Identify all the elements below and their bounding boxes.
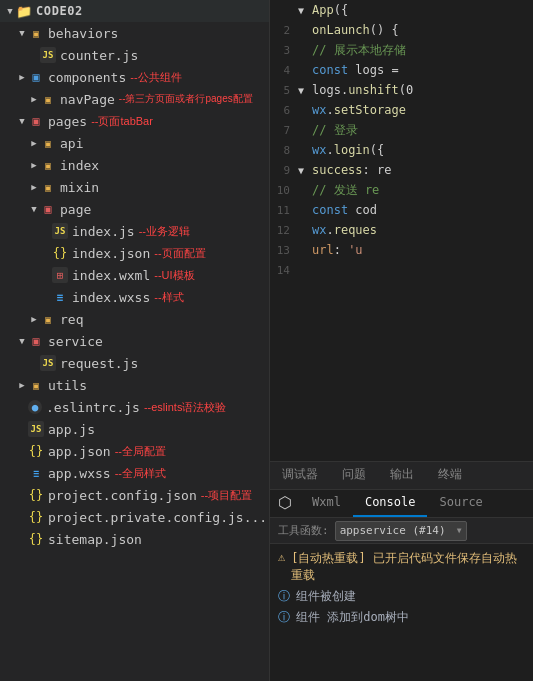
code-line-5: 5 ▼ logs.unshift(0 [270,80,533,100]
eslintrc-label: .eslintrc.js [46,400,140,415]
sidebar-item-components[interactable]: ▣ components --公共组件 [0,66,269,88]
sidebar-item-pages[interactable]: ▣ pages --页面tabBar [0,110,269,132]
code-text: // 展示本地存储 [312,42,406,59]
code-editor[interactable]: ▼ App({ 2 onLaunch() { 3 // 展示本地存储 4 con… [270,0,533,461]
sidebar-item-service[interactable]: ▣ service [0,330,269,352]
req-icon: ▣ [40,311,56,327]
sidebar-item-eslintrc[interactable]: ● .eslintrc.js --eslints语法校验 [0,396,269,418]
warn-icon: ⚠ [278,550,285,564]
sidebar-item-counter-js[interactable]: JS counter.js [0,44,269,66]
sidebar-item-index-folder[interactable]: ▣ index [0,154,269,176]
sidebar-item-index-wxml[interactable]: ⊞ index.wxml --UI模板 [0,264,269,286]
sidebar-item-api[interactable]: ▣ api [0,132,269,154]
counter-js-label: counter.js [60,48,138,63]
navpage-arrow [28,93,40,105]
index-folder-icon: ▣ [40,157,56,173]
sidebar-item-app-wxss[interactable]: ≡ app.wxss --全局样式 [0,462,269,484]
sidebar-item-app-js[interactable]: JS app.js [0,418,269,440]
sidebar-item-index-wxss[interactable]: ≡ index.wxss --样式 [0,286,269,308]
code-line-6: 6 wx.setStorage [270,100,533,120]
line-num: 14 [270,264,298,277]
panel-tabs: 调试器 问题 输出 终端 [270,462,533,490]
log-line-3: ⓘ 组件 添加到dom树中 [278,607,525,628]
line-num: 12 [270,224,298,237]
sidebar-item-sitemap[interactable]: {} sitemap.json [0,528,269,550]
tab-terminal[interactable]: 终端 [426,461,474,489]
line-num: 3 [270,44,298,57]
code-text: wx.login({ [312,143,384,157]
tab-problems[interactable]: 问题 [330,461,378,489]
code-text: // 登录 [312,122,358,139]
info-icon-2: ⓘ [278,609,290,626]
code-text: const logs = [312,63,399,77]
req-arrow [28,313,40,325]
sidebar-item-mixin[interactable]: ▣ mixin [0,176,269,198]
service-arrow [16,335,28,347]
line-fold-arrow[interactable]: ▼ [298,5,312,16]
navpage-annotation: --第三方页面或者行pages配置 [119,92,253,106]
line-fold-arrow[interactable]: ▼ [298,85,312,96]
pointer-icon: ⬡ [278,493,292,512]
index-json-icon: {} [52,245,68,261]
code-line-4: 4 const logs = [270,60,533,80]
sidebar-item-app-json[interactable]: {} app.json --全局配置 [0,440,269,462]
root-item[interactable]: 📁 CODE02 [0,0,269,22]
api-arrow [28,137,40,149]
app-wxss-label: app.wxss [48,466,111,481]
project-config-label: project.config.json [48,488,197,503]
utils-label: utils [48,378,87,393]
index-js-icon: JS [52,223,68,239]
sidebar-item-utils[interactable]: ▣ utils [0,374,269,396]
sidebar-item-index-js[interactable]: JS index.js --业务逻辑 [0,220,269,242]
code-line-7: 7 // 登录 [270,120,533,140]
console-output: ⚠ [自动热重载] 已开启代码文件保存自动热重载 ⓘ 组件被创建 ⓘ 组件 添加… [270,544,533,681]
code-line-11: 11 const cod [270,200,533,220]
code-text: const cod [312,203,377,217]
service-icon: ▣ [28,333,44,349]
components-annotation: --公共组件 [130,70,181,85]
js-icon: JS [40,47,56,63]
line-num: 8 [270,144,298,157]
request-js-label: request.js [60,356,138,371]
appservice-selector[interactable]: appservice (#14) [335,521,467,541]
sidebar-item-project-config[interactable]: {} project.config.json --项目配置 [0,484,269,506]
log-line-2: ⓘ 组件被创建 [278,586,525,607]
right-panel: ▼ App({ 2 onLaunch() { 3 // 展示本地存储 4 con… [270,0,533,681]
tab-output[interactable]: 输出 [378,461,426,489]
sidebar-item-project-private[interactable]: {} project.private.config.js... --个人项目配置 [0,506,269,528]
line-num: 10 [270,184,298,197]
code-line-13: 13 url: 'u [270,240,533,260]
page-arrow [28,203,40,215]
line-num: 11 [270,204,298,217]
code-line-8: 8 wx.login({ [270,140,533,160]
api-icon: ▣ [40,135,56,151]
sidebar-item-behaviors[interactable]: ▣ behaviors [0,22,269,44]
components-label: components [48,70,126,85]
code-text: url: 'u [312,243,363,257]
index-json-label: index.json [72,246,150,261]
log-text-3: 组件 添加到dom树中 [296,609,409,626]
file-tree[interactable]: 📁 CODE02 ▣ behaviors JS counter.js ▣ com… [0,0,270,681]
log-text-1: [自动热重载] 已开启代码文件保存自动热重载 [291,550,525,584]
sidebar-item-req[interactable]: ▣ req [0,308,269,330]
navpage-icon: ▣ [40,91,56,107]
sub-tab-source[interactable]: Source [427,489,494,517]
sub-tab-console[interactable]: Console [353,489,428,517]
sidebar-item-request-js[interactable]: JS request.js [0,352,269,374]
sub-tab-pointer[interactable]: ⬡ [270,489,300,517]
sidebar-item-navpage[interactable]: ▣ navPage --第三方页面或者行pages配置 [0,88,269,110]
tab-debugger[interactable]: 调试器 [270,461,330,489]
sidebar-item-page-folder[interactable]: ▣ page [0,198,269,220]
eslintrc-annotation: --eslints语法校验 [144,400,227,415]
sub-tab-wxml[interactable]: Wxml [300,489,353,517]
sitemap-icon: {} [28,531,44,547]
code-line-10: 10 // 发送 re [270,180,533,200]
line-fold-arrow[interactable]: ▼ [298,165,312,176]
code-text: onLaunch() { [312,23,399,37]
service-label: service [48,334,103,349]
page-label: page [60,202,91,217]
app-json-label: app.json [48,444,111,459]
sidebar-item-index-json[interactable]: {} index.json --页面配置 [0,242,269,264]
app-json-annotation: --全局配置 [115,444,166,459]
behaviors-label: behaviors [48,26,118,41]
